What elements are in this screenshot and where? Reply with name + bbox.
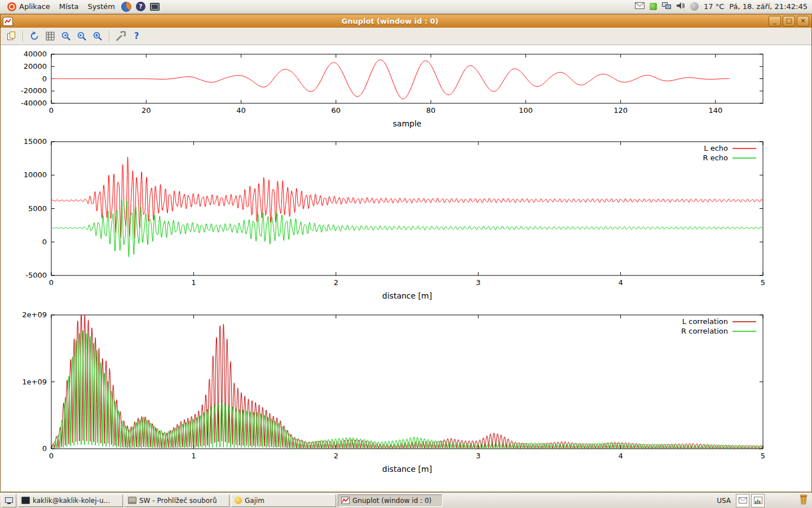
show-desktop-button[interactable]: [2, 494, 16, 507]
mail-applet[interactable]: [635, 2, 645, 11]
svg-text:2: 2: [334, 278, 338, 287]
window-title: Gnuplot (window id : 0): [13, 17, 767, 25]
svg-text:1: 1: [191, 278, 196, 287]
svg-text:5: 5: [761, 452, 765, 460]
trash-icon: [798, 494, 809, 505]
taskbar-item-gajim[interactable]: Gajim: [231, 494, 336, 507]
svg-text:80: 80: [426, 106, 436, 115]
svg-text:0: 0: [42, 444, 47, 453]
svg-text:4: 4: [618, 278, 623, 287]
taskbar-item-file-manager[interactable]: SW - Prohlížeč souborů: [125, 494, 230, 507]
correlation-plot[interactable]: 01234501e+092e+09distance [m]L correlati…: [1, 308, 811, 479]
svg-text:-5000: -5000: [25, 271, 47, 279]
network-computers-icon: [662, 2, 671, 10]
bottom-taskbar: kaklik@kaklik-kolej-u... SW - Prohlížeč …: [0, 492, 812, 508]
system-menu-label: Systém: [87, 2, 114, 11]
svg-text:distance [m]: distance [m]: [382, 465, 432, 474]
volume-icon: [676, 2, 685, 10]
trash-applet[interactable]: [798, 494, 809, 507]
tray-mail-icon: [739, 497, 747, 503]
autoscale-icon: [92, 31, 103, 41]
help-launcher[interactable]: ?: [135, 1, 146, 12]
gajim-icon: [235, 497, 242, 504]
zoom-next-button[interactable]: [74, 29, 89, 43]
svg-text:0: 0: [49, 106, 54, 115]
sample-plot[interactable]: 020406080100120140-40000-200000200004000…: [1, 49, 811, 131]
firefox-icon: [121, 2, 131, 12]
taskbar-item-terminal[interactable]: kaklik@kaklik-kolej-u...: [18, 494, 123, 507]
help-icon: ?: [136, 2, 145, 11]
taskbar-item-label: Gajim: [245, 497, 264, 505]
svg-text:5: 5: [761, 278, 765, 287]
panel-left: Aplikace Místa Systém ?: [3, 0, 162, 13]
svg-text:2e+09: 2e+09: [22, 310, 47, 319]
minimize-button[interactable]: _: [769, 16, 781, 27]
gnuplot-window-icon[interactable]: [3, 17, 13, 26]
toolbar-separator: [109, 30, 109, 42]
panel-right: 17 °C Pá, 18. září, 21:42:45: [635, 0, 809, 13]
svg-text:40: 40: [236, 106, 246, 115]
ubuntu-logo-icon: [7, 2, 16, 11]
settings-button[interactable]: [113, 29, 128, 43]
show-desktop-icon: [5, 497, 13, 504]
svg-text:120: 120: [614, 106, 628, 115]
weather-icon[interactable]: [690, 2, 699, 11]
svg-text:L correlation: L correlation: [682, 317, 728, 326]
svg-text:100: 100: [519, 106, 533, 115]
svg-text:140: 140: [708, 106, 722, 115]
temperature-label[interactable]: 17 °C: [704, 2, 724, 11]
zoom-next-icon: [77, 31, 87, 41]
system-menu[interactable]: Systém: [83, 0, 119, 13]
taskbar-item-label: Gnuplot (window id : 0): [352, 497, 431, 505]
taskbar-item-gnuplot[interactable]: Gnuplot (window id : 0): [338, 494, 443, 507]
svg-text:0: 0: [49, 452, 54, 460]
svg-text:4: 4: [618, 452, 623, 460]
clock-applet[interactable]: Pá, 18. září, 21:42:45: [729, 2, 807, 11]
svg-text:0: 0: [49, 278, 54, 287]
replot-icon: [29, 31, 39, 41]
applications-menu[interactable]: Aplikace: [3, 0, 55, 13]
terminal-icon: [21, 497, 30, 504]
svg-text:5000: 5000: [28, 204, 47, 213]
close-button[interactable]: ×: [797, 16, 809, 27]
replot-button[interactable]: [27, 29, 42, 43]
help-button[interactable]: ?: [129, 29, 144, 43]
keyboard-layout-indicator[interactable]: USA: [713, 497, 734, 505]
zoom-previous-button[interactable]: [59, 29, 73, 43]
copy-to-clipboard-button[interactable]: [4, 29, 19, 43]
svg-text:L echo: L echo: [704, 144, 728, 152]
volume-applet[interactable]: [676, 2, 685, 11]
places-menu[interactable]: Místa: [55, 0, 83, 13]
svg-text:40000: 40000: [24, 50, 47, 58]
desktop: Aplikace Místa Systém ?: [0, 0, 812, 508]
toggle-grid-button[interactable]: [43, 29, 58, 43]
mail-icon: [635, 2, 645, 9]
svg-text:1: 1: [191, 452, 196, 460]
svg-text:3: 3: [476, 278, 480, 287]
echo-plot[interactable]: 012345-5000050001000015000distance [m]L …: [1, 135, 811, 305]
autoscale-button[interactable]: [90, 29, 105, 43]
grid-icon: [46, 32, 55, 41]
screen-icon: [150, 3, 160, 11]
svg-text:sample: sample: [393, 119, 422, 128]
tray-mail[interactable]: [736, 494, 749, 507]
svg-text:R echo: R echo: [703, 154, 728, 162]
applications-menu-label: Aplikace: [19, 2, 50, 11]
tray-monitor[interactable]: [751, 494, 765, 507]
svg-text:R correlation: R correlation: [681, 327, 728, 335]
network-applet[interactable]: [662, 2, 671, 11]
svg-text:15000: 15000: [24, 137, 47, 146]
window-titlebar[interactable]: Gnuplot (window id : 0) _ □ ×: [1, 15, 811, 28]
presence-applet-icon[interactable]: [650, 3, 657, 10]
svg-text:2: 2: [334, 452, 338, 460]
maximize-button[interactable]: □: [783, 16, 795, 27]
gnuplot-icon: [341, 497, 350, 504]
zoom-previous-icon: [61, 31, 71, 41]
taskbar-item-label: kaklik@kaklik-kolej-u...: [33, 497, 110, 505]
gnome-top-panel: Aplikace Místa Systém ?: [0, 0, 812, 14]
copy-icon: [6, 31, 16, 41]
firefox-launcher[interactable]: [121, 1, 132, 12]
screenshot-launcher[interactable]: [149, 1, 160, 12]
svg-text:distance [m]: distance [m]: [382, 291, 432, 300]
svg-text:20: 20: [142, 106, 151, 115]
